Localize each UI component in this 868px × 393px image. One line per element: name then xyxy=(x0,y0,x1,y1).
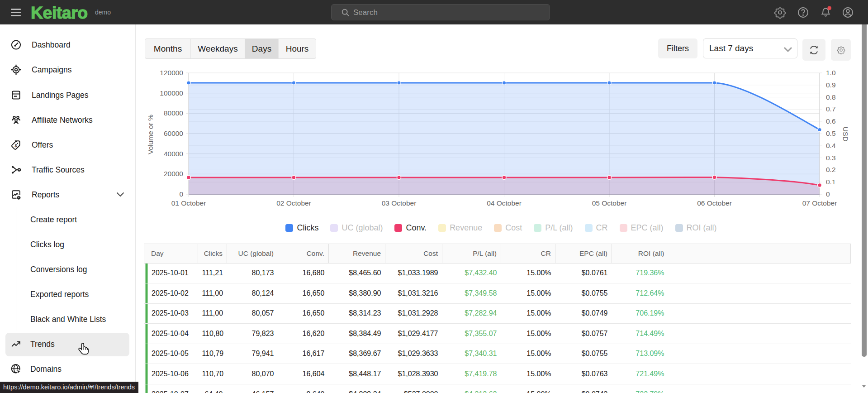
svg-text:20000: 20000 xyxy=(164,170,183,177)
svg-text:0.7: 0.7 xyxy=(826,105,836,113)
svg-text:40000: 40000 xyxy=(164,150,183,158)
svg-text:0: 0 xyxy=(826,190,830,198)
svg-text:0.3: 0.3 xyxy=(826,154,836,162)
svg-text:Volume or %: Volume or % xyxy=(147,115,154,154)
svg-text:06 October: 06 October xyxy=(697,199,732,207)
svg-text:0.4: 0.4 xyxy=(826,142,836,149)
svg-text:04 October: 04 October xyxy=(487,199,522,207)
svg-text:120000: 120000 xyxy=(160,69,183,77)
svg-text:100000: 100000 xyxy=(160,89,183,97)
svg-text:80000: 80000 xyxy=(164,109,183,117)
svg-text:02 October: 02 October xyxy=(276,199,311,207)
svg-text:0.6: 0.6 xyxy=(826,117,836,125)
svg-text:0.9: 0.9 xyxy=(826,81,836,89)
svg-text:03 October: 03 October xyxy=(382,199,417,207)
svg-text:05 October: 05 October xyxy=(592,199,627,207)
svg-text:USD: USD xyxy=(842,127,849,142)
svg-text:0: 0 xyxy=(179,190,183,198)
svg-text:01 October: 01 October xyxy=(171,199,206,207)
svg-text:0.1: 0.1 xyxy=(826,178,836,186)
svg-text:60000: 60000 xyxy=(164,129,183,137)
svg-text:0.5: 0.5 xyxy=(826,129,836,137)
svg-text:07 October: 07 October xyxy=(802,199,837,207)
svg-text:0.2: 0.2 xyxy=(826,166,836,173)
svg-text:1.0: 1.0 xyxy=(826,69,836,77)
svg-text:0.8: 0.8 xyxy=(826,93,836,101)
